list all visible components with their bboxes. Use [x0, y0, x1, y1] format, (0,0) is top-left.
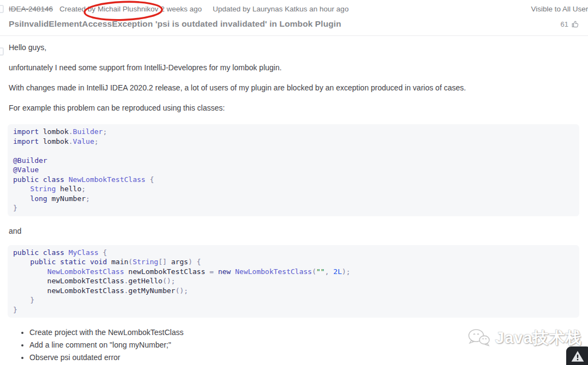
issue-page: { "header": { "issue_id": "IDEA-248146",…: [0, 0, 588, 365]
paragraph: Hello guys,: [9, 44, 579, 52]
issue-title: PsiInvalidElementAccessException 'psi is…: [9, 19, 341, 29]
warning-corner-button[interactable]: [566, 346, 588, 365]
code-line: }: [13, 295, 574, 305]
code-line: public class NewLombokTestClass {: [13, 175, 574, 185]
paragraph: For example this problem can be reproduc…: [9, 104, 579, 112]
code-line: [13, 146, 574, 156]
created-time: 2 weeks ago: [160, 5, 202, 13]
code-block-main-class: public class MyClass { public static voi…: [8, 245, 579, 318]
wechat-chat-bubbles-icon: [467, 328, 491, 349]
visibility-setting[interactable]: Visible to All Users: [531, 5, 588, 13]
watermark: Java技术栈: [467, 327, 582, 349]
paragraph: unfortunately I need some support from I…: [9, 64, 579, 72]
code-line: newLombokTestClass.getHello();: [13, 276, 574, 286]
code-line: import lombok.Builder;: [13, 127, 574, 137]
code-line: long myNumber;: [13, 194, 574, 204]
code-line: public static void main(String[] args) {: [13, 257, 574, 267]
created-by: Created by Michail Plushnikov 2 weeks ag…: [59, 5, 202, 13]
clipboard-icon: [0, 5, 4, 13]
paragraph: With changes made in IntelliJ IDEA 2020.…: [9, 84, 579, 92]
warning-triangle-icon: [571, 350, 585, 363]
watermark-text: Java技术栈: [495, 327, 582, 349]
code-line: import lombok.Value;: [13, 137, 574, 147]
clipboard-icon: [0, 47, 4, 56]
thumbs-up-icon[interactable]: [571, 20, 579, 28]
issue-title-row: PsiInvalidElementAccessException 'psi is…: [0, 13, 588, 29]
vote-widget[interactable]: 61: [561, 20, 579, 28]
code-line: }: [13, 203, 574, 213]
paragraph: and: [9, 227, 579, 235]
issue-description: Hello guys, unfortunately I need some su…: [0, 36, 588, 361]
issue-id[interactable]: IDEA-248146: [9, 5, 53, 13]
updated-by: Updated by Laurynas Katkus an hour ago: [213, 5, 349, 13]
list-item: Observe psi outdated error: [29, 354, 579, 361]
code-line: String hello;: [13, 184, 574, 194]
code-line: @Builder: [13, 156, 574, 166]
code-line: NewLombokTestClass newLombokTestClass = …: [13, 267, 574, 277]
code-block-lombok-class: import lombok.Builder;import lombok.Valu…: [8, 124, 579, 216]
created-by-prefix: Created by: [59, 5, 95, 13]
issue-meta-row: IDEA-248146 Created by Michail Plushniko…: [0, 0, 588, 13]
vote-count: 61: [561, 20, 568, 28]
code-line: }: [13, 305, 574, 315]
code-line: @Value: [13, 165, 574, 175]
code-line: public class MyClass {: [13, 248, 574, 258]
created-by-name[interactable]: Michail Plushnikov: [98, 5, 158, 13]
code-line: newLombokTestClass.getMyNumber();: [13, 286, 574, 296]
